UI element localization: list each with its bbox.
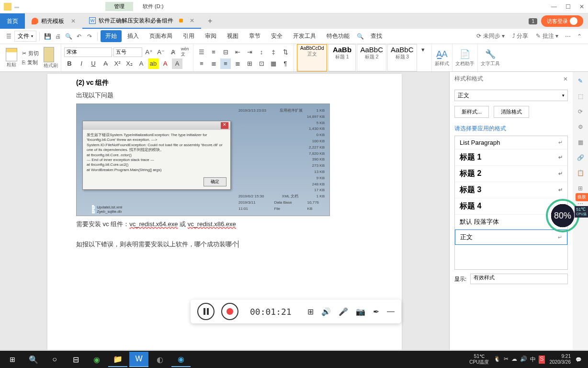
layers-icon[interactable]: ⊞ [576, 184, 585, 193]
taskbar-clock[interactable]: 9:212020/3/26 [550, 354, 571, 365]
paste-icon[interactable] [6, 48, 17, 61]
refresh-icon[interactable]: ⟳ [576, 107, 585, 116]
style-list-item[interactable]: 标题 3↵ [455, 182, 567, 198]
sort-button[interactable]: ⇅ [280, 47, 291, 58]
tab-daoke[interactable]: 稻壳模板 ✕ [25, 13, 82, 29]
save-icon[interactable]: 💾 [43, 32, 52, 41]
comment-button[interactable]: ✎ 批注 ▾ [533, 30, 561, 42]
search-icon[interactable]: 🔍 [355, 32, 365, 41]
login-button[interactable]: 访客登录 [541, 15, 583, 27]
underline-button[interactable]: U [88, 58, 99, 69]
new-style-icon[interactable]: A̲A [435, 49, 449, 59]
style-list-item[interactable]: 标题 1↵ [455, 150, 567, 166]
link-icon[interactable]: 🔗 [576, 153, 585, 162]
clipboard-icon[interactable]: 📋 [576, 169, 585, 177]
collapse-icon[interactable]: ⌃ [575, 32, 584, 41]
speaker-icon[interactable]: 🔊 [321, 307, 331, 316]
font-size-select[interactable] [113, 47, 142, 57]
style-list-item[interactable]: List Paragraph↵ [455, 136, 567, 150]
align-justify-button[interactable]: ≣ [232, 58, 243, 69]
style-h2[interactable]: AaBbC标题 2 [357, 44, 386, 71]
copy-button[interactable]: ⎘ 复制 [20, 58, 41, 67]
style-list[interactable]: List Paragraph↵标题 1↵标题 2↵标题 3↵标题 4↵默认 段落… [454, 136, 568, 270]
increase-indent-button[interactable]: ⇥ [244, 47, 255, 58]
strike-button[interactable]: A̶ [100, 58, 111, 69]
subscript-button[interactable]: X₂ [124, 58, 135, 69]
align-left-button[interactable]: ≡ [196, 58, 207, 69]
pencil-icon[interactable]: ✎ [576, 77, 585, 85]
share-button[interactable]: ⤴ 分享 [509, 30, 531, 42]
print-icon[interactable]: 🖨 [53, 32, 63, 41]
maximize-button[interactable]: ☐ [565, 3, 571, 10]
taskbar-app[interactable]: ◐ [150, 352, 170, 367]
stop-button[interactable] [221, 303, 238, 320]
phonetic-icon[interactable]: wén文 [180, 47, 190, 58]
taskbar-explorer[interactable]: 📁 [108, 352, 127, 367]
manage-tab[interactable]: 管理 [105, 2, 133, 11]
preview-icon[interactable]: 🔍 [64, 32, 73, 41]
minimize-icon[interactable]: — [387, 307, 395, 316]
menu-start[interactable]: 开始 [101, 30, 122, 42]
doc-helper-icon[interactable]: 📄 [455, 49, 475, 59]
style-h1[interactable]: AaBb标题 1 [328, 44, 356, 71]
grid-icon[interactable]: ▦ [576, 138, 585, 147]
menu-search[interactable]: 查找 [366, 30, 387, 42]
pause-button[interactable] [197, 303, 215, 320]
cut-button[interactable]: ✂ 剪切 [20, 49, 41, 58]
bullets-button[interactable]: ☰ [196, 47, 207, 58]
style-normal[interactable]: AaBbCcDd正文 [297, 44, 327, 71]
menu-security[interactable]: 安全 [266, 30, 287, 42]
ime-icon[interactable]: 中 [530, 356, 536, 364]
show-filter-select[interactable]: 有效样式 [470, 274, 568, 284]
tray-icon[interactable]: 🐧 [494, 356, 501, 364]
notification-icon[interactable]: 💬 [576, 357, 581, 362]
text-direction-button[interactable]: ↕ [256, 47, 267, 58]
highlight-button[interactable]: ab [148, 58, 158, 69]
menu-page-layout[interactable]: 页面布局 [145, 30, 177, 42]
cpu-temp[interactable]: 51℃CPU温度 [469, 354, 489, 365]
tab-home[interactable]: 首页 [0, 13, 25, 29]
format-brush-icon[interactable] [44, 47, 54, 62]
sync-button[interactable]: ⟳ 未同步 ▾ [474, 30, 508, 42]
tray-icon[interactable]: S [539, 356, 544, 364]
text-tools-icon[interactable]: 🔧 [481, 49, 500, 59]
font-color-button[interactable]: A [160, 58, 170, 69]
taskbar-app[interactable]: ◉ [171, 352, 191, 367]
pen-icon[interactable]: ✒ [373, 307, 379, 316]
align-center-button[interactable]: ≣ [208, 58, 219, 69]
increase-font-icon[interactable]: A⁺ [144, 47, 154, 58]
grid-icon[interactable]: ⊞ [307, 307, 314, 316]
task-view-button[interactable]: ⊟ [66, 352, 85, 367]
taskbar-app[interactable]: ◉ [87, 352, 106, 367]
show-marks-button[interactable]: ¶ [280, 58, 291, 69]
multilevel-button[interactable]: ⊟ [220, 47, 231, 58]
file-menu[interactable]: 文件▾ [14, 31, 36, 42]
clear-format-button[interactable]: 清除格式 [494, 106, 529, 118]
tray-icon[interactable]: 🔊 [520, 356, 527, 364]
menu-devtools[interactable]: 开发工具 [288, 30, 321, 42]
undo-icon[interactable]: ↶ [74, 32, 84, 41]
redo-icon[interactable]: ↷ [85, 32, 94, 41]
style-list-item[interactable]: 正文↵ [455, 230, 567, 245]
style-h3[interactable]: AaBbC标题 3 [387, 44, 417, 71]
tab-document[interactable]: W 软件正确解压安装和必备组件 ✕ [82, 13, 201, 29]
tray-icon[interactable]: ✂ [504, 356, 509, 364]
taskbar-wps[interactable]: W [129, 352, 148, 367]
system-tray[interactable]: 🐧 ✂ ☁ 🔊 中 S [494, 356, 544, 364]
menu-reference[interactable]: 引用 [178, 30, 199, 42]
decrease-font-icon[interactable]: A⁻ [156, 47, 166, 58]
mic-icon[interactable]: 🎤 [339, 307, 348, 316]
select-icon[interactable]: ⬚ [576, 92, 585, 101]
distribute-button[interactable]: ⊞ [244, 58, 255, 69]
more-icon[interactable]: ⋯ [563, 32, 573, 41]
decrease-indent-button[interactable]: ⇤ [232, 47, 243, 58]
char-shading-button[interactable]: A [172, 58, 182, 69]
menu-chapter[interactable]: 章节 [244, 30, 265, 42]
menu-insert[interactable]: 插入 [123, 30, 144, 42]
menu-view[interactable]: 视图 [222, 30, 243, 42]
camera-icon[interactable]: 📷 [356, 307, 365, 316]
tab-close-icon[interactable]: ✕ [190, 17, 194, 24]
style-list-item[interactable]: 标题 2↵ [455, 166, 567, 182]
tray-icon[interactable]: ☁ [511, 356, 517, 364]
font-name-select[interactable] [64, 47, 112, 57]
